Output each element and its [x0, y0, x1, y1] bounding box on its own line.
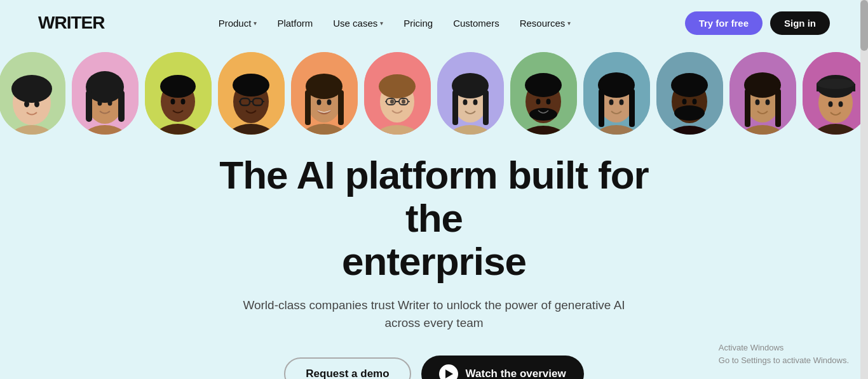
nav-item-product[interactable]: Product ▾: [219, 18, 257, 29]
svg-point-59: [525, 73, 562, 97]
svg-rect-68: [629, 89, 635, 127]
svg-point-70: [620, 100, 624, 105]
nav-links: Product ▾ Platform Use cases ▾ Pricing C…: [219, 18, 571, 29]
windows-watermark: Activate Windows Go to Settings to activ…: [719, 342, 849, 366]
svg-point-17: [160, 75, 196, 98]
svg-point-85: [766, 100, 770, 105]
avatar: [437, 52, 504, 135]
svg-point-5: [34, 101, 39, 107]
svg-point-60: [529, 108, 557, 121]
svg-point-61: [536, 99, 541, 105]
avatar: [218, 52, 285, 135]
nav-item-customers[interactable]: Customers: [453, 18, 499, 29]
nav-item-usecases[interactable]: Use cases ▾: [333, 18, 383, 29]
navbar: WRITER Product ▾ Platform Use cases ▾ Pr…: [0, 0, 868, 46]
cta-buttons: Request a demo Watch the overview: [284, 356, 583, 379]
svg-rect-34: [338, 90, 344, 125]
svg-point-62: [546, 99, 551, 105]
scrollbar[interactable]: [860, 0, 868, 379]
svg-point-93: [839, 102, 843, 107]
svg-point-84: [756, 100, 760, 105]
svg-point-91: [817, 79, 855, 89]
avatar: [583, 52, 650, 135]
svg-point-23: [233, 74, 269, 96]
avatar: [803, 52, 868, 135]
svg-point-4: [24, 101, 29, 107]
hero-section: The AI platform built for the enterprise…: [0, 46, 868, 379]
chevron-down-icon: ▾: [567, 20, 571, 27]
svg-point-40: [379, 74, 416, 98]
sign-in-button[interactable]: Sign in: [770, 11, 830, 35]
avatar: [729, 52, 796, 135]
svg-point-35: [317, 100, 322, 105]
nav-cta: Try for free Sign in: [685, 11, 830, 35]
avatar: [364, 52, 431, 135]
svg-point-47: [402, 100, 405, 104]
hero-subheadline: World-class companies trust Writer to un…: [224, 296, 644, 333]
svg-point-76: [682, 99, 687, 105]
avatar: [510, 52, 577, 135]
svg-rect-33: [305, 90, 311, 125]
hero-headline: The AI platform built for the enterprise: [186, 154, 682, 284]
svg-point-36: [327, 100, 332, 105]
avatar: [145, 52, 212, 135]
svg-point-32: [306, 74, 342, 99]
svg-rect-67: [599, 89, 604, 127]
svg-point-75: [674, 105, 705, 121]
svg-point-92: [829, 102, 833, 107]
try-for-free-button[interactable]: Try for free: [685, 11, 763, 35]
svg-rect-53: [483, 90, 489, 125]
play-triangle: [445, 369, 453, 378]
logo: WRITER: [38, 13, 104, 33]
svg-rect-52: [452, 90, 458, 125]
nav-item-platform[interactable]: Platform: [277, 18, 313, 29]
svg-point-77: [693, 99, 697, 105]
svg-point-13: [108, 100, 112, 106]
avatar: [291, 52, 358, 135]
chevron-down-icon: ▾: [254, 20, 257, 27]
svg-rect-82: [745, 89, 750, 127]
svg-point-3: [11, 75, 52, 103]
chevron-down-icon: ▾: [380, 20, 383, 27]
svg-point-69: [609, 100, 614, 105]
avatar: [72, 52, 139, 135]
svg-point-54: [463, 100, 468, 105]
svg-rect-83: [775, 89, 781, 127]
svg-rect-11: [118, 90, 125, 122]
svg-point-74: [671, 73, 708, 97]
svg-point-19: [181, 99, 186, 105]
nav-item-pricing[interactable]: Pricing: [403, 18, 433, 29]
watch-overview-button[interactable]: Watch the overview: [421, 356, 584, 379]
svg-point-18: [171, 99, 175, 105]
request-demo-button[interactable]: Request a demo: [284, 357, 410, 379]
svg-point-46: [390, 100, 394, 104]
avatar: [0, 52, 65, 135]
svg-point-55: [473, 100, 478, 105]
avatar: [656, 52, 723, 135]
svg-rect-10: [86, 90, 92, 122]
svg-point-12: [98, 100, 102, 106]
avatars-row: [0, 52, 868, 135]
play-icon: [439, 364, 458, 379]
nav-item-resources[interactable]: Resources ▾: [520, 18, 571, 29]
